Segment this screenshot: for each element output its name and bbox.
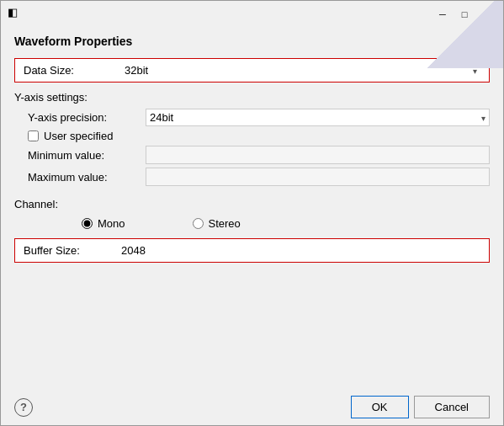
yaxis-group: Y-axis settings: Y-axis precision: 24bit…	[14, 91, 490, 189]
data-size-section: Data Size: 32bit 16bit 8bit ▾	[14, 58, 490, 83]
yaxis-precision-label: Y-axis precision:	[28, 111, 146, 124]
channel-radio-row: Mono Stereo	[14, 217, 490, 230]
help-button[interactable]: ?	[14, 398, 33, 417]
min-value-input[interactable]	[146, 146, 490, 164]
user-specified-label: User specified	[44, 130, 113, 142]
mono-option: Mono	[82, 217, 125, 230]
content-area: Waveform Properties Data Size: 32bit 16b…	[1, 28, 503, 389]
title-bar: ◧ ─ □ ✕	[1, 1, 503, 28]
title-bar-controls: ─ □ ✕	[432, 6, 496, 23]
close-button[interactable]: ✕	[476, 6, 496, 23]
user-specified-row: User specified	[14, 130, 490, 142]
user-specified-checkbox[interactable]	[28, 130, 39, 141]
page-title: Waveform Properties	[14, 35, 490, 48]
stereo-label: Stereo	[209, 217, 241, 230]
app-icon: ◧	[8, 6, 24, 23]
yaxis-precision-row: Y-axis precision: 24bit 16bit 8bit ▾	[14, 109, 490, 126]
stereo-option: Stereo	[193, 217, 241, 230]
mono-label: Mono	[98, 217, 125, 230]
max-value-label: Maximum value:	[28, 171, 146, 184]
buffer-size-label: Buffer Size:	[15, 239, 116, 262]
window: ◧ ─ □ ✕ Waveform Properties Data Size: 3…	[0, 0, 504, 426]
cancel-button[interactable]: Cancel	[414, 396, 490, 418]
buffer-size-section: Buffer Size:	[14, 238, 490, 263]
yaxis-group-title: Y-axis settings:	[14, 91, 490, 104]
stereo-radio[interactable]	[193, 218, 204, 229]
yaxis-precision-select-wrapper: 24bit 16bit 8bit ▾	[146, 109, 490, 126]
button-group: OK Cancel	[351, 396, 490, 418]
min-value-row: Minimum value:	[14, 146, 490, 164]
ok-button[interactable]: OK	[351, 396, 409, 418]
data-size-label: Data Size:	[24, 64, 125, 77]
title-bar-left: ◧	[8, 6, 24, 23]
data-size-select-wrapper: 32bit 16bit 8bit ▾	[125, 64, 480, 77]
data-size-select[interactable]: 32bit 16bit 8bit	[125, 64, 480, 77]
buffer-size-input[interactable]	[116, 239, 489, 262]
yaxis-precision-select[interactable]: 24bit 16bit 8bit	[150, 111, 485, 124]
channel-section: Channel: Mono Stereo	[14, 198, 490, 230]
channel-label: Channel:	[14, 198, 490, 210]
bottom-bar: ? OK Cancel	[1, 389, 503, 425]
max-value-row: Maximum value:	[14, 168, 490, 186]
minimize-button[interactable]: ─	[432, 6, 453, 23]
mono-radio[interactable]	[82, 218, 93, 229]
max-value-input[interactable]	[146, 168, 490, 186]
maximize-button[interactable]: □	[454, 6, 475, 23]
min-value-label: Minimum value:	[28, 149, 146, 162]
